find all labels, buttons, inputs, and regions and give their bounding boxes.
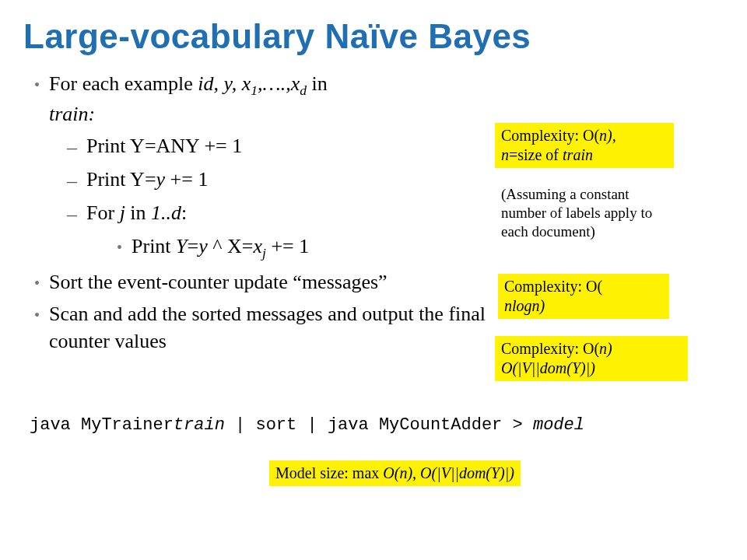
bullet-5-text: Print Y=y ^ X=xj += 1: [132, 233, 309, 263]
bullet-4-text: For j in 1..d:: [86, 199, 187, 226]
complexity-note-3: Complexity: O(n) O(|V||dom(Y)|): [495, 336, 688, 381]
complexity-note-1: Complexity: O(n), n=size of train: [495, 123, 674, 168]
slide-title: Large-vocabulary Naïve Bayes: [0, 0, 747, 56]
bullet-2-text: Print Y=ANY += 1: [86, 132, 242, 159]
bullet-marker-icon: –: [67, 201, 77, 228]
assumption-note: (Assuming a constant number of labels ap…: [495, 182, 674, 243]
complexity-note-2: Complexity: O(nlogn): [498, 274, 669, 319]
bullet-marker-icon: •: [34, 273, 40, 294]
command-line: java MyTrainertrain | sort | java MyCoun…: [30, 415, 584, 435]
bullet-marker-icon: –: [67, 134, 77, 161]
bullet-marker-icon: •: [34, 75, 40, 96]
bullet-6-text: Sort the event-counter update “messages”: [49, 268, 388, 296]
bullet-1-text: For each example id, y, x1,….,xd in trai…: [49, 70, 328, 128]
bullet-marker-icon: •: [117, 237, 122, 258]
bullet-marker-icon: –: [67, 167, 77, 194]
model-size-note: Model size: max O(n), O(|V||dom(Y)|): [269, 460, 521, 486]
bullet-7-text: Scan and add the sorted messages and out…: [49, 300, 493, 355]
bullet-3-text: Print Y=y += 1: [86, 166, 208, 193]
bullet-marker-icon: •: [34, 305, 40, 326]
bullet-1: • For each example id, y, x1,….,xd in tr…: [23, 70, 724, 128]
